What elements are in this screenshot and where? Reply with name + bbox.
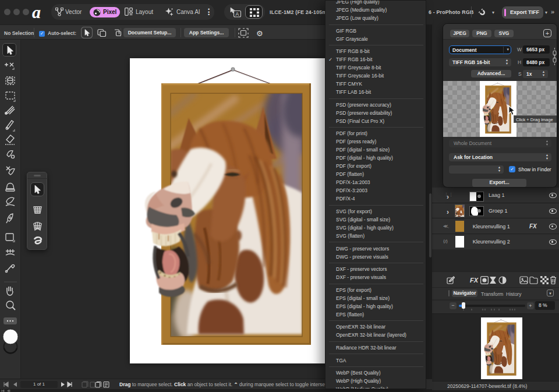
svg-text:A: A <box>236 11 239 17</box>
